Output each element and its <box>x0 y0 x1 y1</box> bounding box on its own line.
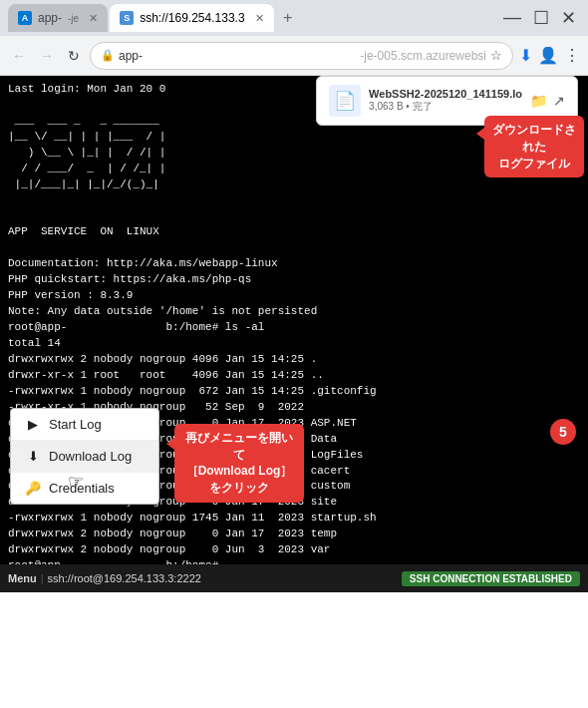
menu-label[interactable]: Menu <box>8 572 37 584</box>
terminal[interactable]: Last login: Mon Jan 20 0 ___ ___ _ _ ___… <box>0 76 588 564</box>
status-bar: Menu | ssh://root@169.254.133.3:2222 SSH… <box>0 564 588 592</box>
download-log-icon: ⬇ <box>25 449 41 464</box>
open-folder-button[interactable]: 📁 <box>530 93 547 109</box>
forward-button[interactable]: → <box>36 44 58 68</box>
tab-2-label: ssh://169.254.133.3 <box>140 11 244 25</box>
address-bar: ← → ↻ 🔒 app- -je-005.scm.azurewebsi ☆ ⬇ … <box>0 36 588 76</box>
tab-2[interactable]: S ssh://169.254.133.3 ✕ <box>110 4 273 32</box>
file-name: WebSSH2-2025120_141159.lo <box>369 88 522 100</box>
download-log-label: Download Log <box>49 449 132 464</box>
minimize-button[interactable]: — <box>499 7 525 29</box>
url-input[interactable]: 🔒 app- -je-005.scm.azurewebsi ☆ <box>90 42 513 70</box>
bookmark-icon[interactable]: ☆ <box>490 48 502 63</box>
browser-window: A app- -je ✕ S ssh://169.254.133.3 ✕ + —… <box>0 0 588 592</box>
tab-1-close[interactable]: ✕ <box>89 12 98 25</box>
new-tab-button[interactable]: + <box>276 6 300 30</box>
context-menu: ▶ Start Log ⬇ Download Log 🔑 Credentials <box>10 408 159 505</box>
ssh-info: ssh://root@169.254.133.3:2222 <box>48 572 201 584</box>
menu-item-download-log[interactable]: ⬇ Download Log <box>11 441 158 473</box>
tab-1[interactable]: A app- -je ✕ <box>8 4 108 32</box>
credentials-icon: 🔑 <box>25 481 41 496</box>
close-button[interactable]: ✕ <box>557 7 580 29</box>
start-log-icon: ▶ <box>25 417 41 432</box>
menu-item-credentials[interactable]: 🔑 Credentials <box>11 473 158 504</box>
file-icon: 📄 <box>329 85 361 117</box>
tab-2-icon: S <box>120 11 134 25</box>
url-text: app- <box>119 49 356 63</box>
tab-bar: A app- -je ✕ S ssh://169.254.133.3 ✕ + —… <box>0 0 588 36</box>
open-external-button[interactable]: ↗ <box>553 93 565 109</box>
back-button[interactable]: ← <box>8 44 30 68</box>
window-controls: — ☐ ✕ <box>499 7 580 29</box>
status-separator: | <box>41 572 44 584</box>
menu-icon[interactable]: ⋮ <box>564 46 580 65</box>
tab-2-close[interactable]: ✕ <box>255 12 264 25</box>
step-badge: 5 <box>550 419 576 445</box>
menu-item-start-log[interactable]: ▶ Start Log <box>11 409 158 441</box>
lock-icon: 🔒 <box>101 49 115 62</box>
menu-callout: 再びメニューを開いて［Download Log］をクリック <box>174 424 304 503</box>
download-icon[interactable]: ⬇ <box>519 46 532 65</box>
popup-actions: 📁 ↗ <box>530 93 565 109</box>
maximize-button[interactable]: ☐ <box>529 7 553 29</box>
file-size: 3,063 B • 完了 <box>369 100 522 114</box>
cursor: ☞ <box>68 471 84 493</box>
url-text-suffix: -je-005.scm.azurewebsi <box>360 49 486 63</box>
connection-status: SSH CONNECTION ESTABLISHED <box>402 571 580 586</box>
start-log-label: Start Log <box>49 417 102 432</box>
download-callout: ダウンロードされたログファイル <box>484 116 584 177</box>
file-info: WebSSH2-2025120_141159.lo 3,063 B • 完了 <box>369 88 522 114</box>
tab-1-label: app- <box>38 11 62 25</box>
refresh-button[interactable]: ↻ <box>64 44 84 68</box>
profile-icon[interactable]: 👤 <box>538 46 558 65</box>
tab-1-icon: A <box>18 11 32 25</box>
